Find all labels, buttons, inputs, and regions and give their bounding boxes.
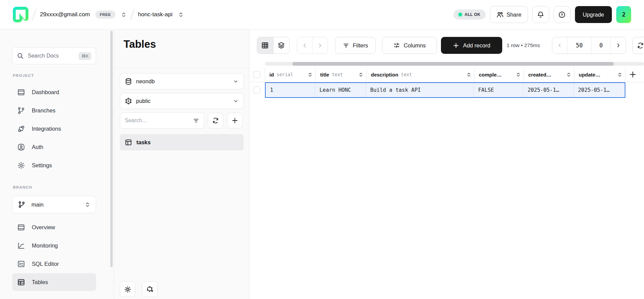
filters-label: Filters — [353, 42, 368, 49]
row-checkbox[interactable] — [253, 86, 260, 93]
neon-logo-icon[interactable] — [13, 7, 28, 22]
cell-updated[interactable]: 2025-05-1… — [574, 83, 625, 97]
refresh-data-button[interactable] — [632, 37, 644, 54]
sidebar-item-branches[interactable]: Branches — [12, 102, 96, 119]
sidebar-item-integrations[interactable]: Integrations — [12, 120, 96, 137]
grid-view-button[interactable] — [257, 37, 273, 54]
search-icon — [17, 52, 24, 59]
cell-title[interactable]: Learn HONC — [315, 83, 366, 97]
cell-id[interactable]: 1 — [266, 83, 315, 97]
add-column-button[interactable] — [629, 71, 637, 78]
filter-lines-icon[interactable] — [193, 118, 199, 124]
question-circle-icon: ? — [558, 11, 565, 18]
notification-count-badge[interactable]: 2 — [616, 6, 631, 23]
terminal-icon — [17, 260, 25, 268]
search-docs-label: Search Docs — [28, 53, 74, 59]
sidebar-item-overview[interactable]: Overview — [12, 218, 96, 236]
table-search — [120, 112, 204, 129]
column-name: id — [269, 72, 274, 78]
sidebar-item-dashboard[interactable]: Dashboard — [12, 83, 96, 101]
select-all-checkbox[interactable] — [253, 71, 260, 78]
next-page-button[interactable] — [610, 37, 626, 54]
bell-icon — [537, 11, 544, 18]
result-summary: 1 row • 275ms — [507, 37, 540, 54]
git-branch-icon — [18, 201, 25, 208]
column-header-title[interactable]: title text — [316, 67, 367, 82]
add-record-button[interactable]: Add record — [441, 37, 502, 54]
project-section-label: PROJECT — [13, 73, 34, 78]
sort-icon[interactable] — [566, 72, 571, 77]
share-button[interactable]: Share — [490, 6, 528, 23]
sidebar-item-settings[interactable]: Settings — [12, 156, 96, 174]
sidebar-item-label: Integrations — [32, 126, 61, 132]
sidebar-item-tables[interactable]: Tables — [12, 273, 96, 291]
breadcrumb-org[interactable]: 29xxxx@gmail.com — [40, 11, 90, 18]
sort-icon[interactable] — [617, 72, 622, 77]
sidebar-item-restore[interactable]: Restore — [12, 293, 96, 299]
sidebar-item-monitoring[interactable]: Monitoring — [12, 237, 96, 254]
page-size-field[interactable]: 50 — [567, 37, 591, 54]
notifications-button[interactable] — [532, 6, 549, 23]
database-icon — [125, 78, 132, 85]
database-select[interactable]: neondb — [120, 73, 244, 89]
column-header-created[interactable]: created… — [524, 67, 574, 82]
sidebar-item-label: Overview — [32, 224, 55, 231]
sort-icon[interactable] — [516, 72, 521, 77]
column-name: description — [371, 72, 398, 78]
column-header-id[interactable]: id serial — [265, 67, 316, 82]
columns-button[interactable]: Columns — [382, 37, 437, 54]
sort-icon[interactable] — [308, 72, 313, 77]
export-schema-button[interactable] — [142, 281, 158, 297]
refresh-tables-button[interactable] — [208, 113, 223, 128]
prev-page-button[interactable] — [552, 37, 567, 54]
table-row[interactable]: 1 Learn HONC Build a task API FALSE 2025… — [265, 82, 625, 98]
branch-selector[interactable]: main — [12, 196, 96, 213]
cell-completed[interactable]: FALSE — [474, 83, 523, 97]
sidebar-scrollbar[interactable] — [110, 31, 113, 267]
chevron-up-down-icon[interactable] — [178, 12, 184, 18]
column-type: serial — [276, 72, 293, 77]
window-icon — [17, 223, 25, 231]
sidebar-item-sql-editor[interactable]: SQL Editor — [12, 255, 96, 273]
schema-select[interactable]: public — [120, 93, 244, 109]
breadcrumb-project[interactable]: honc-task-api — [138, 11, 173, 18]
sort-icon[interactable] — [466, 72, 471, 77]
column-header-completed[interactable]: comple… — [474, 67, 524, 82]
forward-button[interactable] — [312, 37, 328, 54]
status-badge[interactable]: ALL OK — [453, 9, 486, 20]
chevron-up-down-icon[interactable] — [121, 12, 127, 18]
back-button[interactable] — [297, 37, 312, 54]
column-header-updated[interactable]: update… — [574, 67, 625, 82]
chevron-up-down-icon — [85, 202, 90, 208]
sidebar-item-auth[interactable]: Auth — [12, 138, 96, 156]
upgrade-button[interactable]: Upgrade — [575, 6, 612, 23]
panel-settings-button[interactable] — [120, 281, 135, 297]
sidebar-item-label: Auth — [32, 144, 43, 150]
upgrade-label: Upgrade — [583, 12, 604, 18]
notification-count: 2 — [622, 11, 625, 18]
layers-view-button[interactable] — [273, 37, 290, 54]
search-docs-button[interactable]: Search Docs ⌘K — [12, 47, 96, 64]
sort-icon[interactable] — [358, 72, 363, 77]
git-branch-icon — [17, 107, 25, 114]
horizontal-scrollbar-thumb[interactable] — [292, 62, 614, 66]
add-table-button[interactable] — [227, 113, 243, 128]
column-name: title — [320, 72, 329, 78]
table-search-input[interactable] — [125, 118, 182, 124]
cell-description[interactable]: Build a task API — [366, 83, 474, 97]
column-header-description[interactable]: description text — [367, 67, 474, 82]
people-icon — [496, 11, 504, 18]
table-list-item-tasks[interactable]: tasks — [120, 134, 244, 150]
table-list-item-label: tasks — [136, 139, 151, 146]
filters-button[interactable]: Filters — [335, 37, 376, 54]
page-offset-field[interactable]: 0 — [591, 37, 610, 54]
horizontal-scrollbar[interactable] — [265, 62, 644, 66]
connect-nodes-icon — [17, 125, 25, 133]
view-mode-toggle — [257, 37, 290, 54]
window-icon — [17, 88, 25, 96]
chevron-down-icon — [233, 98, 239, 104]
status-ok-dot-icon — [459, 13, 462, 16]
help-button[interactable]: ? — [554, 6, 571, 23]
cell-created[interactable]: 2025-05-1… — [523, 83, 574, 97]
sidebar-item-label: Tables — [32, 279, 48, 285]
